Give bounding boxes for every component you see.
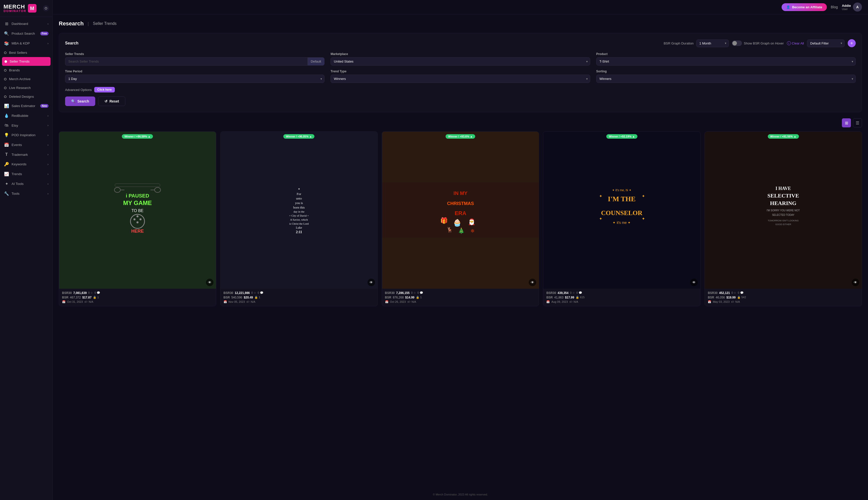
calendar-icon: 📅 [223, 300, 227, 304]
svg-text:2:11: 2:11 [296, 230, 302, 234]
affiliate-label: Become an Affiliate [792, 5, 822, 9]
sidebar-item-redbubble[interactable]: 💧 RedBubble › [0, 111, 53, 121]
eye-button[interactable]: 👁 [852, 279, 859, 286]
date2-value: N/A [574, 300, 578, 303]
product-image-container: Winner / +96.05% ▲ ✦ For unto you is bor… [220, 132, 378, 289]
sidebar-item-ai-tools[interactable]: ✦ AI Tools › [0, 179, 53, 189]
add-filter-button[interactable]: + [848, 39, 856, 47]
trends-icon: 📈 [4, 172, 9, 177]
product-card: Winner / +92.19% ▲ ✦ it's me, hi ✦ I'M T… [543, 132, 701, 306]
sidebar-item-deleted-designs[interactable]: Deleted Designs [0, 92, 53, 101]
circle-active-icon [4, 60, 7, 63]
svg-text:HEARING: HEARING [770, 200, 796, 206]
affiliate-button[interactable]: 👤 Become an Affiliate [782, 3, 827, 11]
winner-badge: Winner / +92.19% ▲ [606, 134, 637, 139]
advanced-options-row: Advanced Options Click here [65, 87, 856, 92]
svg-text:i PAUSED: i PAUSED [126, 193, 149, 198]
search-button[interactable]: 🔍 Search [65, 96, 95, 106]
marketplace-select[interactable]: United States United Kingdom Germany Fra… [331, 57, 590, 66]
blog-link[interactable]: Blog [831, 5, 838, 9]
default-filter-select[interactable]: Default Filter [807, 39, 845, 47]
svg-text:HERE: HERE [131, 229, 144, 234]
avatar[interactable]: A [853, 2, 862, 12]
sidebar-item-dashboard[interactable]: ⊞ Dashboard › [0, 19, 53, 29]
svg-text:✦: ✦ [642, 194, 645, 198]
toggle-knob [732, 41, 737, 45]
product-info: BSR30 7,286,155 0 ☆ 0 💬 BSR 876,268 $14.… [382, 289, 539, 306]
svg-text:🧁: 🧁 [453, 219, 462, 227]
sidebar-item-product-search[interactable]: 🔍 Product Search Free [0, 29, 53, 38]
svg-text:For: For [297, 192, 301, 196]
bsr-duration-select[interactable]: 1 Month 3 Months 6 Months 1 Year [696, 39, 729, 47]
date-value: Nov 05, 2023 [229, 300, 245, 303]
svg-text:+ City of David +: + City of David + [289, 214, 309, 217]
sorting-select[interactable]: Winners BSR Price [596, 75, 856, 83]
grid-view-button[interactable]: ⊞ [842, 118, 851, 127]
bsr-main-value: 7,081,639 [73, 291, 86, 295]
radio-button-icon[interactable] [43, 5, 49, 11]
bsr-main-row: BSR30 439,354 0 ☆ 0 💬 [546, 291, 697, 295]
events-icon: 📅 [4, 143, 9, 147]
product-select[interactable]: T-Shirt Hoodie PopSocket Tote Bag [596, 57, 856, 66]
sidebar-item-live-research[interactable]: Live Research [0, 83, 53, 92]
eye-button[interactable]: 👁 [690, 279, 698, 286]
sidebar-item-seller-trends[interactable]: Seller Trends [2, 57, 50, 66]
product-card: Winner / +93.6% ▲ IN MY CHRISTMAS ERA 🎁 … [382, 132, 539, 306]
sidebar-item-tools[interactable]: 🔧 Tools › [0, 189, 53, 198]
redbubble-icon: 💧 [4, 113, 9, 118]
affiliate-icon: 👤 [786, 5, 790, 9]
bsr-hover-toggle[interactable] [732, 41, 742, 46]
eye-button[interactable]: 👁 [206, 279, 213, 286]
sidebar-item-label: Deleted Designs [9, 95, 48, 99]
lock-icon: 🔒 615 [576, 296, 585, 299]
marketplace-field-group: Marketplace United States United Kingdom… [331, 52, 590, 66]
eye-button[interactable]: 👁 [529, 279, 536, 286]
list-view-button[interactable]: ☰ [853, 118, 862, 127]
trend-type-select[interactable]: Winners Losers All [331, 75, 590, 83]
sidebar-item-label: AI Tools [12, 182, 45, 186]
time-period-field-group: Time Period 1 Day 7 Days 30 Days 90 Days [65, 70, 324, 83]
svg-text:TO BE: TO BE [131, 208, 144, 213]
bsr-tier-label: BSR30 [546, 291, 556, 295]
svg-text:day in the: day in the [293, 210, 304, 213]
search-panel-header: Search BSR Graph Duration 1 Month 3 Mont… [65, 39, 856, 47]
user-info: Addie User [842, 4, 851, 11]
svg-text:born this: born this [293, 205, 305, 209]
date-row: 📅 Oct 26, 2023 🏷 N/A [385, 300, 536, 304]
svg-text:ERA: ERA [455, 210, 466, 216]
sidebar-item-trends[interactable]: 📈 Trends › [0, 169, 53, 179]
sidebar-item-sales-estimator[interactable]: 📊 Sales Estimator New [0, 101, 53, 111]
search-btn-icon: 🔍 [71, 99, 76, 103]
product-info: BSR30 439,354 0 ☆ 0 💬 BSR 41,863 $17.99 … [543, 289, 700, 306]
bsr-main-row: BSR30 452,121 0 ☆ 0 💬 [708, 291, 859, 295]
sidebar-item-etsy[interactable]: 🛍 Etsy › [0, 121, 53, 130]
seller-trends-input[interactable] [65, 57, 308, 66]
svg-text:✦: ✦ [599, 194, 603, 198]
eye-button[interactable]: 👁 [368, 279, 375, 286]
sidebar-item-brands[interactable]: Brands [0, 66, 53, 75]
sidebar-logo: MERCH DOMINATOR M [0, 0, 53, 17]
bsr-hover-toggle-area: Show BSR Graph on Hover [732, 41, 784, 46]
svg-point-7 [136, 221, 138, 223]
sidebar-item-mba-kdp[interactable]: 📚 MBA & KDP › [0, 38, 53, 48]
logo-dominator: DOMINATOR [3, 10, 26, 13]
time-period-select[interactable]: 1 Day 7 Days 30 Days 90 Days [65, 75, 324, 83]
svg-text:🦌: 🦌 [447, 227, 453, 233]
header-separator: | [88, 21, 89, 26]
bsr-secondary-row: BSR 540,596 $20.49 🔒 1 [223, 296, 374, 299]
chevron-right-icon: › [47, 172, 48, 176]
chevron-right-icon: › [47, 134, 48, 137]
reset-button[interactable]: ↺ Reset [98, 96, 125, 106]
sidebar-item-trademark[interactable]: T Trademark › [0, 150, 53, 159]
sidebar-item-best-sellers[interactable]: Best Sellers [0, 48, 53, 57]
search-icon: 🔍 [4, 31, 9, 36]
sidebar-item-events[interactable]: 📅 Events › [0, 140, 53, 150]
star-zero: 0 ☆ [88, 291, 93, 295]
sidebar-item-pod-inspiration[interactable]: 💡 POD Inspiration › [0, 130, 53, 140]
sidebar-item-merch-archive[interactable]: Merch Archive [0, 75, 53, 83]
seller-trends-type-select[interactable]: Default [308, 57, 324, 66]
chevron-right-icon: › [47, 114, 48, 117]
click-here-button[interactable]: Click here [94, 87, 115, 92]
sidebar-item-keywords[interactable]: 🔑 Keywords › [0, 159, 53, 169]
clear-all-button[interactable]: i Clear All [787, 41, 804, 45]
